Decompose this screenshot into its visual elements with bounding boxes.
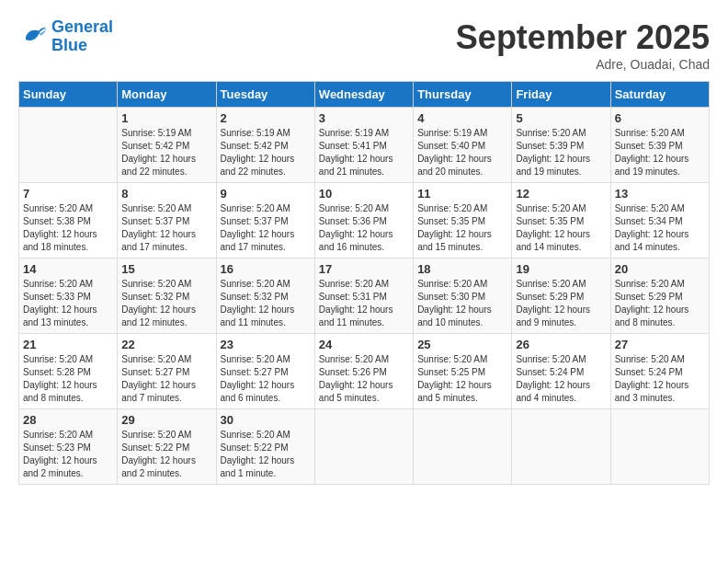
- calendar-cell: 30Sunrise: 5:20 AM Sunset: 5:22 PM Dayli…: [216, 409, 314, 485]
- day-info: Sunrise: 5:19 AM Sunset: 5:41 PM Dayligh…: [319, 127, 409, 178]
- calendar-week-row: 1Sunrise: 5:19 AM Sunset: 5:42 PM Daylig…: [19, 108, 710, 183]
- day-info: Sunrise: 5:20 AM Sunset: 5:37 PM Dayligh…: [121, 202, 211, 254]
- calendar-cell: 28Sunrise: 5:20 AM Sunset: 5:23 PM Dayli…: [19, 409, 118, 485]
- day-number: 17: [319, 262, 409, 276]
- calendar-cell: 21Sunrise: 5:20 AM Sunset: 5:28 PM Dayli…: [19, 334, 118, 409]
- day-info: Sunrise: 5:20 AM Sunset: 5:35 PM Dayligh…: [417, 202, 507, 254]
- day-number: 21: [23, 338, 113, 351]
- calendar-cell: 19Sunrise: 5:20 AM Sunset: 5:29 PM Dayli…: [512, 259, 610, 334]
- page-header: General Blue September 2025 Adre, Ouadai…: [18, 18, 710, 72]
- calendar-cell: 16Sunrise: 5:20 AM Sunset: 5:32 PM Dayli…: [216, 259, 314, 334]
- calendar-cell: 27Sunrise: 5:20 AM Sunset: 5:24 PM Dayli…: [610, 334, 709, 409]
- day-number: 16: [221, 262, 311, 276]
- calendar-cell: 22Sunrise: 5:20 AM Sunset: 5:27 PM Dayli…: [118, 334, 216, 409]
- calendar-cell: 9Sunrise: 5:20 AM Sunset: 5:37 PM Daylig…: [216, 183, 314, 259]
- day-number: 14: [23, 262, 113, 276]
- day-number: 19: [516, 262, 606, 276]
- title-block: September 2025 Adre, Ouadai, Chad: [456, 18, 710, 72]
- day-number: 18: [417, 262, 507, 276]
- day-info: Sunrise: 5:20 AM Sunset: 5:29 PM Dayligh…: [615, 278, 705, 329]
- day-info: Sunrise: 5:20 AM Sunset: 5:30 PM Dayligh…: [417, 278, 507, 329]
- calendar-week-row: 7Sunrise: 5:20 AM Sunset: 5:38 PM Daylig…: [19, 183, 710, 259]
- day-number: 5: [516, 111, 606, 125]
- day-info: Sunrise: 5:20 AM Sunset: 5:36 PM Dayligh…: [319, 202, 409, 254]
- calendar-cell: 12Sunrise: 5:20 AM Sunset: 5:35 PM Dayli…: [512, 183, 610, 259]
- calendar-cell: 8Sunrise: 5:20 AM Sunset: 5:37 PM Daylig…: [118, 183, 216, 259]
- day-info: Sunrise: 5:19 AM Sunset: 5:40 PM Dayligh…: [417, 127, 507, 178]
- col-header-thursday: Thursday: [414, 82, 512, 108]
- day-info: Sunrise: 5:19 AM Sunset: 5:42 PM Dayligh…: [121, 127, 211, 178]
- day-number: 15: [121, 262, 211, 276]
- day-number: 11: [417, 187, 507, 201]
- calendar-week-row: 14Sunrise: 5:20 AM Sunset: 5:33 PM Dayli…: [19, 259, 710, 334]
- day-info: Sunrise: 5:20 AM Sunset: 5:25 PM Dayligh…: [417, 353, 507, 405]
- day-number: 27: [615, 338, 705, 351]
- day-number: 4: [417, 111, 507, 125]
- day-number: 2: [221, 111, 311, 125]
- calendar-table: SundayMondayTuesdayWednesdayThursdayFrid…: [18, 81, 710, 485]
- day-number: 3: [319, 111, 409, 125]
- day-info: Sunrise: 5:20 AM Sunset: 5:32 PM Dayligh…: [121, 278, 211, 329]
- calendar-cell: 23Sunrise: 5:20 AM Sunset: 5:27 PM Dayli…: [216, 334, 314, 409]
- day-number: 13: [615, 187, 705, 201]
- col-header-sunday: Sunday: [19, 82, 118, 108]
- day-number: 28: [23, 413, 113, 427]
- col-header-monday: Monday: [118, 82, 216, 108]
- location-subtitle: Adre, Ouadai, Chad: [456, 57, 710, 72]
- day-number: 25: [417, 338, 507, 351]
- calendar-cell: [414, 409, 512, 485]
- day-number: 7: [23, 187, 113, 201]
- calendar-cell: [19, 108, 118, 183]
- day-info: Sunrise: 5:19 AM Sunset: 5:42 PM Dayligh…: [221, 127, 311, 178]
- calendar-header-row: SundayMondayTuesdayWednesdayThursdayFrid…: [19, 82, 710, 108]
- col-header-friday: Friday: [512, 82, 610, 108]
- day-number: 20: [615, 262, 705, 276]
- day-info: Sunrise: 5:20 AM Sunset: 5:39 PM Dayligh…: [615, 127, 705, 178]
- day-info: Sunrise: 5:20 AM Sunset: 5:32 PM Dayligh…: [221, 278, 311, 329]
- day-info: Sunrise: 5:20 AM Sunset: 5:22 PM Dayligh…: [221, 429, 311, 480]
- calendar-cell: 11Sunrise: 5:20 AM Sunset: 5:35 PM Dayli…: [414, 183, 512, 259]
- day-number: 30: [221, 413, 311, 427]
- day-number: 29: [121, 413, 211, 427]
- calendar-cell: 5Sunrise: 5:20 AM Sunset: 5:39 PM Daylig…: [512, 108, 610, 183]
- logo-general: General: [51, 17, 113, 36]
- calendar-cell: 26Sunrise: 5:20 AM Sunset: 5:24 PM Dayli…: [512, 334, 610, 409]
- day-info: Sunrise: 5:20 AM Sunset: 5:27 PM Dayligh…: [221, 353, 311, 405]
- calendar-cell: 15Sunrise: 5:20 AM Sunset: 5:32 PM Dayli…: [118, 259, 216, 334]
- day-number: 23: [221, 338, 311, 351]
- day-number: 1: [121, 111, 211, 125]
- calendar-cell: 14Sunrise: 5:20 AM Sunset: 5:33 PM Dayli…: [19, 259, 118, 334]
- logo-blue: Blue: [51, 37, 113, 55]
- col-header-tuesday: Tuesday: [216, 82, 314, 108]
- day-info: Sunrise: 5:20 AM Sunset: 5:28 PM Dayligh…: [23, 353, 113, 405]
- day-info: Sunrise: 5:20 AM Sunset: 5:37 PM Dayligh…: [221, 202, 311, 254]
- day-number: 12: [516, 187, 606, 201]
- day-info: Sunrise: 5:20 AM Sunset: 5:34 PM Dayligh…: [615, 202, 705, 254]
- day-info: Sunrise: 5:20 AM Sunset: 5:35 PM Dayligh…: [516, 202, 606, 254]
- day-number: 22: [121, 338, 211, 351]
- day-info: Sunrise: 5:20 AM Sunset: 5:24 PM Dayligh…: [516, 353, 606, 405]
- calendar-cell: 10Sunrise: 5:20 AM Sunset: 5:36 PM Dayli…: [314, 183, 413, 259]
- day-info: Sunrise: 5:20 AM Sunset: 5:33 PM Dayligh…: [23, 278, 113, 329]
- calendar-cell: [610, 409, 709, 485]
- logo: General Blue: [18, 18, 113, 55]
- day-info: Sunrise: 5:20 AM Sunset: 5:23 PM Dayligh…: [23, 429, 113, 480]
- calendar-cell: 3Sunrise: 5:19 AM Sunset: 5:41 PM Daylig…: [314, 108, 413, 183]
- calendar-cell: 29Sunrise: 5:20 AM Sunset: 5:22 PM Dayli…: [118, 409, 216, 485]
- calendar-cell: 7Sunrise: 5:20 AM Sunset: 5:38 PM Daylig…: [19, 183, 118, 259]
- calendar-cell: 24Sunrise: 5:20 AM Sunset: 5:26 PM Dayli…: [314, 334, 413, 409]
- day-number: 10: [319, 187, 409, 201]
- day-info: Sunrise: 5:20 AM Sunset: 5:26 PM Dayligh…: [319, 353, 409, 405]
- calendar-cell: 13Sunrise: 5:20 AM Sunset: 5:34 PM Dayli…: [610, 183, 709, 259]
- logo-text: General Blue: [51, 18, 113, 55]
- calendar-cell: 18Sunrise: 5:20 AM Sunset: 5:30 PM Dayli…: [414, 259, 512, 334]
- day-number: 6: [615, 111, 705, 125]
- calendar-cell: 4Sunrise: 5:19 AM Sunset: 5:40 PM Daylig…: [414, 108, 512, 183]
- calendar-cell: 6Sunrise: 5:20 AM Sunset: 5:39 PM Daylig…: [610, 108, 709, 183]
- calendar-cell: [512, 409, 610, 485]
- calendar-cell: 1Sunrise: 5:19 AM Sunset: 5:42 PM Daylig…: [118, 108, 216, 183]
- calendar-cell: 2Sunrise: 5:19 AM Sunset: 5:42 PM Daylig…: [216, 108, 314, 183]
- col-header-wednesday: Wednesday: [314, 82, 413, 108]
- col-header-saturday: Saturday: [610, 82, 709, 108]
- calendar-cell: 25Sunrise: 5:20 AM Sunset: 5:25 PM Dayli…: [414, 334, 512, 409]
